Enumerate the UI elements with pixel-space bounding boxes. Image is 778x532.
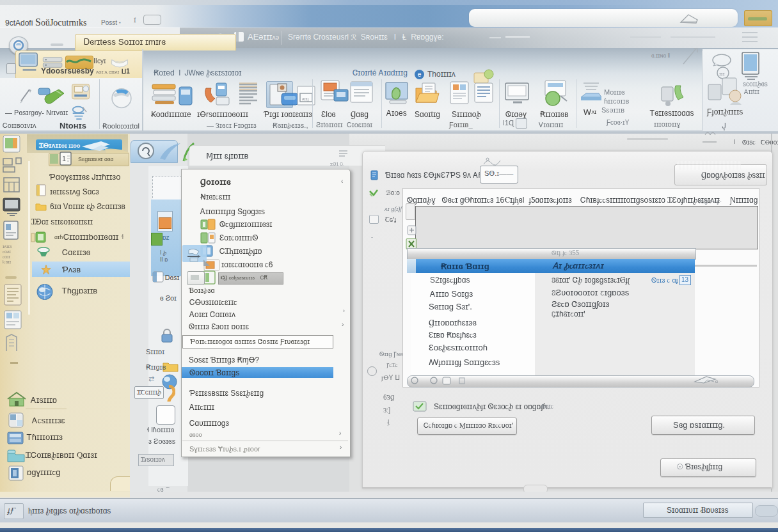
svg-text:1: 1 bbox=[62, 155, 66, 162]
svg-text:ɑ: ɑ bbox=[715, 379, 718, 384]
svg-text:ʌɪɪɟ: ʌɪɪɟ bbox=[302, 97, 308, 102]
